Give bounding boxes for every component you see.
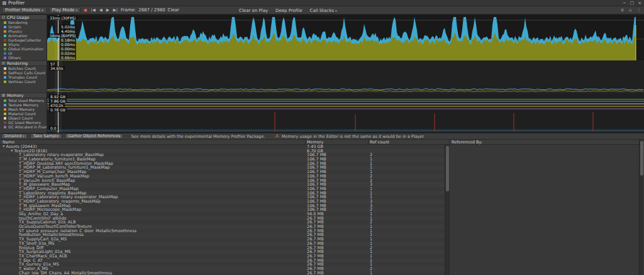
legend-item-gc-allocated-in-frame[interactable]: GC Allocated in Frame: [0, 125, 47, 129]
table-row[interactable]: T_M_glassware_BaseMap106.7 MB3: [0, 182, 445, 187]
window-titlebar[interactable]: Profiler − □ ×: [0, 0, 644, 6]
table-row[interactable]: T_HDRP_Desktop XRF spectrometer_MaskMap1…: [0, 162, 445, 166]
table-row[interactable]: TX_SupplyCart_02a_MS26.7 MB1: [0, 237, 445, 242]
clear-on-play-toggle[interactable]: Clear on Play: [239, 8, 268, 13]
table-row[interactable]: TX_SurgicalLight_01a_MS26.7 MB1: [0, 250, 445, 254]
column-header-refcount[interactable]: Ref count: [370, 140, 389, 145]
table-row[interactable]: T_HDRP_Laboratory rotary evaporator_Mask…: [0, 195, 445, 199]
table-row[interactable]: T_Vacuum_bench_BaseMap106.7 MB2: [0, 179, 445, 183]
legend-item-vertices-count[interactable]: Vertices Count: [0, 79, 47, 84]
memory-module-header[interactable]: Memory: [0, 93, 47, 98]
table-row[interactable]: T_Laboratory rotary evaporator_BaseMap10…: [0, 153, 445, 157]
window-menu-icon[interactable]: ≡: [620, 7, 625, 14]
next-frame-button[interactable]: ▶: [106, 7, 110, 14]
legend-item-material-count[interactable]: Material Count: [0, 111, 47, 116]
table-row[interactable]: ST_sound_pressure_isolation_C_door_Metal…: [0, 229, 445, 233]
legend-item-scripts[interactable]: Scripts: [0, 25, 47, 29]
table-row[interactable]: T_HDRP_Computer_MaskMap106.7 MB1: [0, 187, 445, 191]
legend-item-vsync[interactable]: VSync: [0, 42, 47, 47]
table-row[interactable]: TX_ChartRack_01a_ALB26.7 MB1: [0, 254, 445, 259]
table-row[interactable]: T_HDRP_M_CompChair_MaskMap106.7 MB1: [0, 170, 445, 174]
column-header-referenced-by[interactable]: Referenced By:: [452, 140, 482, 145]
scrollbar-thumb[interactable]: [446, 146, 449, 191]
table-row[interactable]: OculusQuestTouchControllerTexture26.7 MB…: [0, 225, 445, 229]
table-row[interactable]: T_HDRP_M_Laboratoriu_furniture1_MaskMap1…: [0, 166, 445, 170]
column-header-name[interactable]: Name: [3, 140, 14, 145]
legend-item-gc-used-memory[interactable]: GC Used Memory: [0, 120, 47, 125]
legend-color-chip: [4, 113, 6, 115]
foldout-arrow-icon[interactable]: ▼: [3, 145, 4, 149]
table-row[interactable]: T_HDRP_Vacuum_bench_MaskMap106.7 MB2: [0, 174, 445, 179]
selected-frame-line[interactable]: [58, 61, 58, 93]
row-refcount-cell: 1: [370, 233, 408, 237]
layout-panel-icon[interactable]: ▫: [628, 7, 632, 14]
legend-item-mesh-memory[interactable]: Mesh Memory: [0, 107, 47, 111]
cpu-usage-chart[interactable]: 33ms (30FPS) 16ms (60FPS) 5.02ms4.40ms0.…: [47, 14, 644, 60]
row-refcount-cell: 2: [370, 179, 408, 183]
table-row[interactable]: T_Laboratory_reagents_BaseMap106.7 MB1: [0, 191, 445, 196]
legend-item-batches-count[interactable]: Batches Count: [0, 66, 47, 70]
more-options-icon[interactable]: ⋮: [636, 7, 642, 14]
legend-item-global-illumination[interactable]: Global Illumination: [0, 47, 47, 51]
close-button[interactable]: ×: [638, 0, 641, 6]
table-row[interactable]: footButton_MetallicSmoothness26.7 MB1: [0, 233, 445, 237]
maximize-button[interactable]: □: [630, 0, 635, 6]
row-name-cell: T_HDRP_Desktop XRF spectrometer_MaskMap: [0, 162, 304, 166]
table-row[interactable]: fireplug_Diff26.7 MB2: [0, 246, 445, 250]
table-row[interactable]: T_HDRP_Microscope_MaskMap106.7 MB2: [0, 208, 445, 212]
clear-button[interactable]: Clear: [168, 8, 179, 13]
foldout-arrow-icon[interactable]: ▼: [11, 149, 13, 154]
last-frame-button[interactable]: ▶|: [113, 7, 118, 14]
legend-item-total-used-memory[interactable]: Total Used Memory: [0, 98, 47, 103]
rendering-module-header[interactable]: Rendering: [0, 60, 47, 66]
table-row[interactable]: T_M_Laboratoriu_furniture1_BaseMap106.7 …: [0, 157, 445, 162]
right-pane-vertical-scrollbar[interactable]: [639, 140, 643, 275]
legend-item-setpass-calls-count[interactable]: SetPass Calls Count: [0, 70, 47, 75]
legend-item-object-count[interactable]: Object Count: [0, 116, 47, 120]
legend-item-rendering[interactable]: Rendering: [0, 20, 47, 25]
scrollbar-thumb[interactable]: [640, 141, 643, 176]
window-controls: − □ ×: [623, 0, 641, 6]
legend-item-physics[interactable]: Physics: [0, 29, 47, 33]
legend-item-garbagecollector[interactable]: GarbageCollector: [0, 38, 47, 42]
previous-frame-button[interactable]: ◀: [99, 7, 103, 14]
play-mode-dropdown[interactable]: Play Mode ▾: [49, 7, 80, 13]
table-row[interactable]: Chair_low_SM_Chairs_A4_MetallicSmoothnes…: [0, 271, 445, 275]
row-refcount-cell: 1: [370, 170, 408, 174]
first-frame-button[interactable]: |◀: [91, 7, 96, 14]
table-row[interactable]: TX_Gurney_01a_MS26.7 MB1: [0, 262, 445, 267]
call-stacks-dropdown[interactable]: Call Stacks ▾: [310, 8, 337, 13]
detailed-dropdown[interactable]: Detailed ▾: [1, 133, 28, 139]
legend-color-chip: [4, 26, 6, 28]
legend-item-texture-memory[interactable]: Texture Memory: [0, 103, 47, 107]
deep-profile-toggle[interactable]: Deep Profile: [275, 8, 302, 13]
column-header-memory[interactable]: Memory: [307, 140, 323, 145]
record-button[interactable]: ●: [83, 7, 88, 14]
table-row[interactable]: Sky_Anime_02_Day_a56.0 MB1: [0, 212, 445, 216]
memory-chart[interactable]: 8.92 GB7.86 GB470.2k0.78 GB 0.0: [47, 93, 644, 133]
table-row[interactable]: TX_Shelf_03a_MS26.7 MB1: [0, 242, 445, 246]
table-row[interactable]: T_HDRP_Laboratory_reagents_MaskMap106.7 …: [0, 199, 445, 204]
table-vertical-scrollbar[interactable]: [445, 145, 449, 275]
table-row[interactable]: ▼Texture2D (816)6.70 GB: [0, 149, 445, 154]
table-row[interactable]: T_water_A_MS26.7 MB2: [0, 267, 445, 271]
legend-item-others[interactable]: Others: [0, 55, 47, 60]
rendering-chart[interactable]: 5734.65k: [47, 60, 644, 93]
take-sample-button[interactable]: Take Sample: [30, 133, 62, 139]
table-row[interactable]: T_box_C_AT26.7 MB1: [0, 259, 445, 263]
minimize-button[interactable]: −: [623, 0, 626, 6]
table-row[interactable]: TX_SupplyCabinet_01b_ALB26.7 MB2: [0, 220, 445, 225]
gather-object-references-button[interactable]: Gather Object References: [65, 133, 124, 139]
table-row[interactable]: touchController_albedo26.7 MB1: [0, 216, 445, 221]
profiler-modules-dropdown[interactable]: Profiler Modules ▾: [2, 7, 47, 13]
table-row[interactable]: T_M_glassware_MaskMap106.7 MB3: [0, 204, 445, 208]
legend-item-animation[interactable]: Animation: [0, 33, 47, 38]
legend-item-triangles-count[interactable]: Triangles Count: [0, 75, 47, 79]
selected-frame-line[interactable]: [58, 15, 58, 60]
legend-label: Mesh Memory: [8, 107, 35, 111]
row-refcount-cell: 1: [370, 166, 408, 170]
table-row[interactable]: ▼Assets (20443)7.43 GB: [0, 145, 445, 149]
cpu-module-header[interactable]: CPU Usage: [0, 14, 47, 20]
legend-item-ui[interactable]: UI: [0, 51, 47, 55]
selected-frame-line[interactable]: [58, 93, 58, 133]
